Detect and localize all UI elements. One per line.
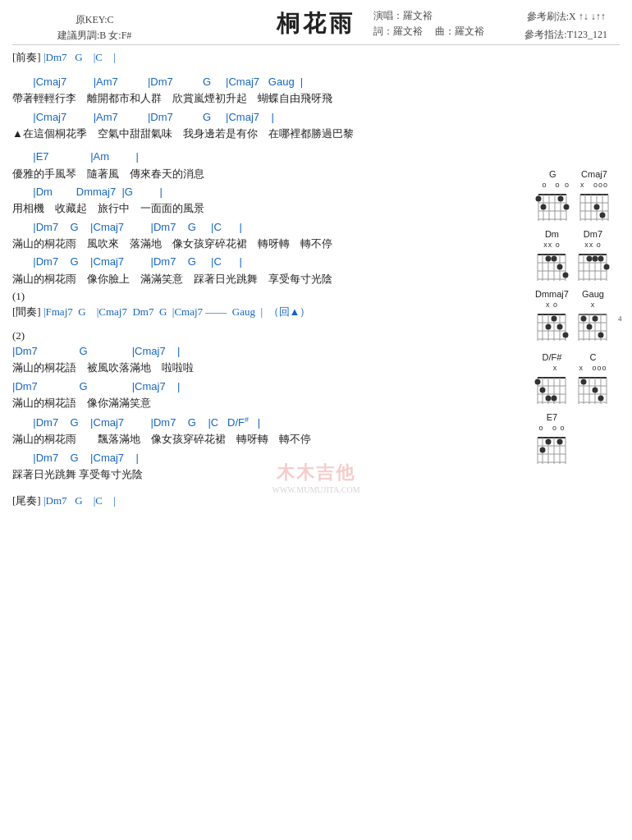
chord-Dm: Dm xx o (534, 229, 569, 284)
svg-point-106 (581, 379, 587, 385)
svg-point-13 (564, 204, 570, 210)
chord-DFsharp: D/F# x (534, 352, 569, 407)
chord-C: C x ooo (575, 352, 610, 407)
chord-Dmmaj7: Dmmaj7 x o (534, 289, 569, 347)
verse2a-lyrics: 優雅的手風琴 隨著風 傳來春天的消息 (12, 166, 525, 182)
verse2a-chords: |E7 |Am | (12, 149, 525, 164)
section2a-chords: |Dm7 G |Cmaj7 | (12, 344, 525, 359)
svg-point-38 (557, 264, 563, 270)
chorus1b-chords: |Dm7 G |Cmaj7 |Dm7 G |C | (12, 255, 525, 269)
verse1b-lyrics: ▲在這個桐花季 空氣中甜甜氣味 我身邊若是有你 在哪裡都勝過巴黎 (12, 126, 525, 142)
chord-G: G o o o (534, 169, 570, 224)
svg-point-120 (557, 439, 563, 445)
verse1a-chords: |Cmaj7 |Am7 |Dm7 G |Cmaj7 Gaug | (12, 75, 525, 90)
key-suggestion: 建議男調:B 女:F# (57, 28, 131, 44)
svg-point-65 (546, 324, 552, 330)
page: 原KEY:C 建議男調:B 女:F# 桐花雨 演唱：羅文裕 詞：羅文裕 曲：羅文… (0, 0, 632, 840)
interlude-line: [間奏] |Fmaj7 G |Cmaj7 Dm7 G |Cmaj7 —— Gau… (12, 305, 525, 319)
divider (12, 44, 620, 45)
section-intro: [前奏] |Dm7 G |C | (12, 50, 525, 65)
lyricist: 詞：羅文裕 曲：羅文裕 (373, 24, 484, 39)
svg-point-64 (552, 316, 557, 322)
svg-point-10 (536, 196, 542, 202)
svg-point-92 (535, 379, 541, 385)
section2d-chords: |Dm7 G |Cmaj7 | (12, 451, 525, 466)
svg-point-52 (598, 256, 604, 262)
section-2-label: (2) (12, 329, 525, 342)
chord-Dm7: Dm7 xx o (575, 229, 610, 284)
svg-point-119 (546, 439, 552, 445)
chord-E7: E7 o o o (534, 412, 569, 467)
svg-point-39 (563, 273, 569, 278)
svg-point-121 (540, 448, 546, 453)
section2a-lyrics: 滿山的桐花語 被風吹落滿地 啦啦啦 (12, 360, 525, 376)
svg-point-107 (593, 388, 598, 393)
svg-point-79 (593, 316, 598, 322)
verse2b-chords: |Dm Dmmaj7 |G | (12, 185, 525, 200)
svg-point-51 (593, 256, 598, 262)
section2d-lyrics: 踩著日光跳舞 享受每寸光陰 (12, 466, 525, 483)
svg-point-37 (552, 256, 557, 262)
svg-point-12 (541, 204, 547, 210)
chord-Cmaj7: Cmaj7 x ooo (577, 169, 611, 224)
svg-point-93 (540, 388, 546, 393)
svg-point-94 (546, 396, 552, 402)
outro-line: [尾奏] |Dm7 G |C | (12, 493, 525, 508)
strum-info: 參考刷法:X ↑↓ ↓↑↑ 參考指法:T123_121 (524, 8, 607, 44)
chord-row-4: D/F# x (534, 352, 611, 407)
svg-point-81 (598, 333, 604, 338)
chord-Gaug: Gaug x (575, 289, 610, 347)
intro-line: [前奏] |Dm7 G |C | (12, 50, 525, 65)
svg-point-67 (563, 333, 569, 338)
credits: 演唱：羅文裕 詞：羅文裕 曲：羅文裕 (373, 8, 484, 39)
section-1-label: (1) (12, 290, 525, 303)
svg-point-66 (557, 324, 563, 330)
chord-row-5: E7 o o o (534, 412, 611, 467)
original-key: 原KEY:C (57, 12, 131, 28)
svg-point-108 (598, 396, 604, 402)
chorus1a-lyrics: 滿山的桐花雨 風吹來 落滿地 像女孩穿碎花裙 轉呀轉 轉不停 (12, 236, 525, 252)
chorus1a-chords: |Dm7 G |Cmaj7 |Dm7 G |C | (12, 220, 525, 235)
svg-point-25 (600, 213, 606, 218)
strum-pattern: 參考刷法:X ↑↓ ↓↑↑ (524, 8, 607, 26)
section2c-chords: |Dm7 G |Cmaj7 |Dm7 G |C D/F# | (12, 415, 525, 431)
svg-point-80 (587, 324, 593, 330)
verse1b-chords: |Cmaj7 |Am7 |Dm7 G |Cmaj7 | (12, 110, 525, 125)
chord-diagrams: G o o o (534, 169, 611, 469)
chord-row-1: G o o o (534, 169, 611, 224)
score-content: [前奏] |Dm7 G |C | |Cmaj7 |Am7 |Dm7 G |Cma… (12, 50, 525, 508)
main-content: G o o o (12, 50, 620, 508)
svg-point-36 (546, 256, 552, 262)
section2b-lyrics: 滿山的桐花語 像你滿滿笑意 (12, 395, 525, 411)
finger-pattern: 參考指法:T123_121 (524, 26, 607, 44)
svg-point-53 (604, 264, 610, 270)
verse1a-lyrics: 帶著輕輕行李 離開都市和人群 欣賞嵐煙初升起 蝴蝶自由飛呀飛 (12, 90, 525, 107)
svg-point-50 (587, 256, 593, 262)
chord-row-2: Dm xx o (534, 229, 611, 284)
svg-point-24 (594, 204, 600, 210)
svg-point-95 (552, 396, 557, 402)
chord-row-3: Dmmaj7 x o (534, 289, 611, 347)
section2b-chords: |Dm7 G |Cmaj7 | (12, 379, 525, 394)
chorus1b-lyrics: 滿山的桐花雨 像你臉上 滿滿笑意 踩著日光跳舞 享受每寸光陰 (12, 271, 525, 287)
verse2b-lyrics: 用相機 收藏起 旅行中 一面面的風景 (12, 200, 525, 217)
header: 原KEY:C 建議男調:B 女:F# 桐花雨 演唱：羅文裕 詞：羅文裕 曲：羅文… (12, 8, 620, 39)
section2c-lyrics: 滿山的桐花雨 飄落滿地 像女孩穿碎花裙 轉呀轉 轉不停 (12, 431, 525, 448)
svg-point-11 (558, 196, 564, 202)
singer: 演唱：羅文裕 (373, 8, 484, 24)
svg-point-78 (581, 316, 587, 322)
key-info: 原KEY:C 建議男調:B 女:F# (57, 12, 131, 44)
